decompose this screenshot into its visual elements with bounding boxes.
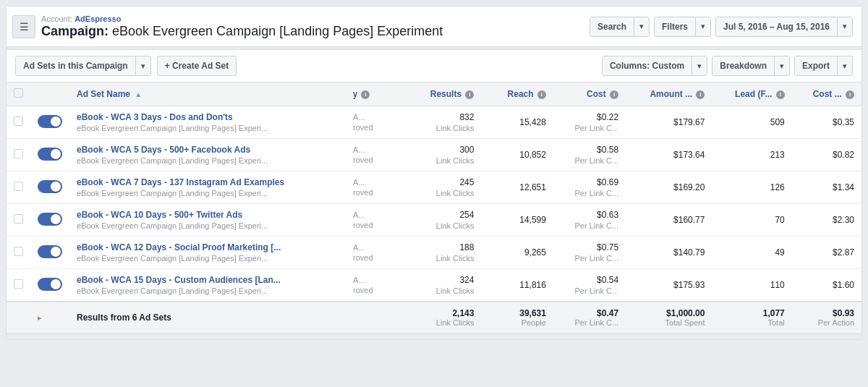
export-button-split[interactable]: Export ▾ [794,56,853,76]
select-all-checkbox[interactable] [14,88,23,98]
ad-sets-dropdown-caret[interactable]: ▾ [136,56,150,75]
footer-expand-arrow[interactable]: ▸ [38,314,41,322]
row-checkbox-cell[interactable] [7,106,30,139]
header-left: ☰ Account: AdEspresso Campaign: eBook Ev… [12,14,443,39]
row-checkbox-6[interactable] [14,279,23,289]
col-cost2-header[interactable]: Cost ... i [792,82,861,106]
row-checkbox-4[interactable] [14,214,23,224]
row-toggle-cell[interactable] [30,204,69,237]
row-checkbox-cell[interactable] [7,204,30,237]
cost2-val-4: $2.30 [799,215,854,225]
ad-sets-dropdown-main[interactable]: Ad Sets in this Campaign [16,56,136,75]
row-checkbox-cell[interactable] [7,139,30,171]
nav-icon[interactable]: ☰ [12,15,35,38]
export-button-caret[interactable]: ▾ [838,56,852,75]
row-toggle-3[interactable] [38,180,62,193]
create-ad-set-button[interactable]: + Create Ad Set [157,56,237,76]
row-toggle-5[interactable] [38,245,62,258]
ad-set-name-2[interactable]: eBook - WCA 5 Days - 500+ Facebook Ads [77,145,339,155]
row-toggle-2[interactable] [38,148,62,161]
info-icon-delivery[interactable]: i [361,90,370,99]
date-range-button-main[interactable]: Jul 5, 2016 – Aug 15, 2016 [716,17,838,36]
account-name[interactable]: AdEspresso [75,14,121,23]
row-cost-cell: $0.58 Per Link C... [553,139,626,171]
footer-cost-val: $0.47 [561,308,618,318]
col-name-header[interactable]: Ad Set Name ▲ [69,82,346,106]
date-range-button-caret[interactable]: ▾ [838,17,852,36]
row-reach-cell: 12,651 [481,171,553,204]
info-icon-amount[interactable]: i [696,90,705,99]
ad-set-name-3[interactable]: eBook - WCA 7 Days - 137 Instagram Ad Ex… [77,177,339,187]
columns-button-split[interactable]: Columns: Custom ▾ [602,56,707,76]
row-toggle-cell[interactable] [30,171,69,204]
row-checkbox-1[interactable] [14,116,23,126]
footer-lead-cell: 1,077 Total [712,302,791,333]
row-toggle-cell[interactable] [30,237,69,269]
select-all-header[interactable] [7,82,30,106]
row-lead-cell: 509 [712,106,791,139]
info-icon-results[interactable]: i [465,90,474,99]
row-checkbox-5[interactable] [14,247,23,256]
cost-sub-5: Per Link C... [561,254,618,263]
info-icon-cost[interactable]: i [610,90,618,99]
footer-label-cell: Results from 6 Ad Sets [69,302,346,333]
search-button-main[interactable]: Search [590,17,634,36]
row-checkbox-cell[interactable] [7,171,30,204]
info-icon-lead[interactable]: i [776,90,785,99]
row-amount-cell: $140.79 [626,237,712,269]
reach-val-3: 12,651 [488,182,545,192]
filters-button-caret[interactable]: ▾ [696,17,710,36]
breakdown-button-split[interactable]: Breakdown ▾ [712,56,790,76]
ad-set-name-1[interactable]: eBook - WCA 3 Days - Dos and Don'ts [77,112,339,122]
cost2-val-2: $0.82 [799,150,854,160]
ad-sets-dropdown-split[interactable]: Ad Sets in this Campaign ▾ [15,56,151,76]
columns-button-main[interactable]: Columns: Custom [603,56,692,75]
row-toggle-cell[interactable] [30,269,69,302]
columns-button-caret[interactable]: ▾ [692,56,707,75]
table-body: eBook - WCA 3 Days - Dos and Don'ts eBoo… [7,106,861,333]
row-checkbox-3[interactable] [14,182,23,191]
row-name-cell: eBook - WCA 5 Days - 500+ Facebook Ads e… [69,139,346,171]
delivery-sub-1: roved [353,123,373,132]
ad-set-name-5[interactable]: eBook - WCA 12 Days - Social Proof Marke… [77,242,339,252]
filters-button-main[interactable]: Filters [655,17,696,36]
filters-button-split[interactable]: Filters ▾ [654,17,711,37]
search-button-split[interactable]: Search ▾ [590,17,650,37]
row-toggle-4[interactable] [38,213,62,226]
lead-val-6: 110 [719,280,784,290]
breakdown-button-caret[interactable]: ▾ [775,56,789,75]
footer-cost-cell: $0.47 Per Link C... [553,302,626,333]
row-checkbox-cell[interactable] [7,237,30,269]
col-amount-header[interactable]: Amount ... i [626,82,712,106]
cost-val-6: $0.54 [561,275,618,285]
row-toggle-cell[interactable] [30,139,69,171]
row-checkbox-cell[interactable] [7,269,30,302]
ad-set-name-4[interactable]: eBook - WCA 10 Days - 500+ Twitter Ads [77,210,339,220]
delivery-status-6: A... [353,276,365,284]
row-checkbox-2[interactable] [14,149,23,158]
search-button-caret[interactable]: ▾ [634,17,649,36]
row-lead-cell: 70 [712,204,791,237]
sort-icon-name: ▲ [135,90,142,98]
footer-cost2-sub: Per Action [799,318,854,327]
date-range-button-split[interactable]: Jul 5, 2016 – Aug 15, 2016 ▾ [715,17,853,37]
row-toggle-6[interactable] [38,278,62,291]
cost2-val-5: $2.87 [799,247,854,258]
row-toggle-cell[interactable] [30,106,69,139]
col-cost-header[interactable]: Cost i [553,82,626,106]
info-icon-reach[interactable]: i [537,90,546,99]
amount-val-1: $179.67 [633,117,705,127]
breakdown-button-main[interactable]: Breakdown [712,56,775,75]
col-results-header[interactable]: Results i [409,82,481,106]
info-icon-cost2[interactable]: i [846,90,854,99]
col-lead-header[interactable]: Lead (F... i [712,82,791,106]
cost2-val-6: $1.60 [799,280,854,290]
ad-set-name-6[interactable]: eBook - WCA 15 Days - Custom Audiences [… [77,275,339,285]
footer-reach-cell: 39,631 People [481,302,553,333]
col-reach-header[interactable]: Reach i [481,82,553,106]
row-toggle-1[interactable] [38,115,62,128]
bottom-scrollbar[interactable] [7,333,861,339]
col-delivery-header[interactable]: y i [346,82,409,106]
row-cost2-cell: $1.60 [792,269,861,302]
export-button-main[interactable]: Export [795,56,838,75]
